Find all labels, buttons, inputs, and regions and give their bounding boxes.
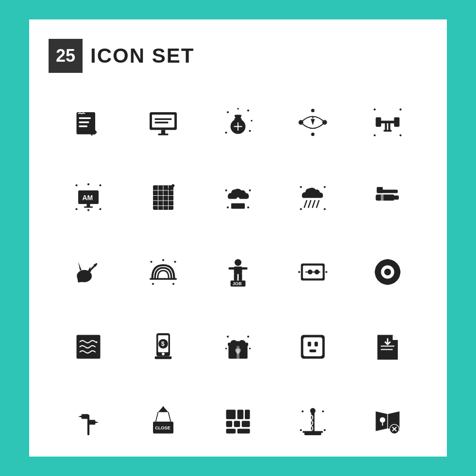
svg-point-33 [400, 108, 402, 110]
svg-rect-148 [88, 420, 95, 425]
svg-point-163 [302, 410, 304, 412]
svg-point-109 [298, 271, 300, 273]
slider-control-icon [278, 237, 348, 307]
svg-point-94 [162, 259, 164, 261]
svg-point-62 [225, 189, 227, 191]
svg-line-153 [156, 412, 158, 422]
svg-rect-160 [242, 421, 250, 427]
svg-text:AM: AM [82, 194, 93, 202]
svg-rect-67 [231, 204, 245, 209]
svg-rect-137 [308, 342, 311, 347]
svg-point-92 [152, 283, 154, 285]
svg-rect-36 [381, 121, 394, 124]
svg-marker-5 [90, 133, 94, 136]
svg-rect-8 [155, 119, 172, 120]
svg-rect-159 [234, 421, 240, 427]
svg-rect-156 [238, 410, 244, 420]
svg-point-47 [99, 208, 101, 210]
svg-point-15 [225, 132, 227, 134]
svg-point-128 [249, 348, 251, 350]
svg-point-43 [87, 183, 89, 185]
svg-rect-99 [241, 267, 248, 270]
svg-marker-140 [393, 335, 398, 340]
svg-rect-7 [152, 115, 174, 128]
svg-point-12 [227, 111, 229, 113]
svg-rect-98 [228, 267, 235, 270]
power-socket-icon [278, 312, 348, 382]
svg-point-70 [300, 208, 302, 210]
gift-box-icon [203, 312, 273, 382]
svg-point-16 [237, 108, 239, 110]
svg-rect-20 [234, 119, 241, 120]
icon-set-title: ICON SET [90, 44, 194, 68]
svg-rect-80 [377, 187, 383, 193]
magic-ball-icon [203, 87, 273, 157]
svg-rect-39 [385, 123, 387, 130]
map-cancel-icon [353, 387, 423, 457]
barber-pole-icon [278, 387, 348, 457]
svg-rect-78 [381, 194, 384, 201]
blueprint-icon [128, 162, 198, 232]
svg-rect-1 [79, 118, 91, 119]
svg-point-91 [174, 261, 176, 263]
rain-cloud-icon [278, 162, 348, 232]
svg-rect-136 [303, 337, 322, 356]
download-doc-icon [353, 312, 423, 382]
svg-point-164 [322, 410, 324, 412]
svg-rect-11 [158, 134, 169, 136]
svg-point-134 [237, 341, 240, 344]
svg-rect-161 [226, 429, 236, 434]
svg-rect-51 [87, 204, 90, 207]
svg-marker-88 [78, 262, 82, 271]
svg-point-165 [300, 429, 302, 431]
svg-point-32 [374, 108, 375, 110]
svg-rect-41 [384, 130, 392, 132]
svg-rect-100 [234, 273, 238, 281]
svg-rect-124 [155, 357, 172, 359]
svg-text:CLOSE: CLOSE [155, 425, 170, 430]
svg-line-75 [317, 201, 319, 207]
svg-rect-146 [82, 414, 88, 419]
svg-point-108 [315, 270, 320, 274]
toothbrush-tube-icon [353, 162, 423, 232]
svg-rect-101 [238, 273, 242, 281]
svg-point-107 [308, 270, 313, 274]
svg-rect-3 [79, 125, 87, 127]
close-sign-icon: CLOSE [128, 387, 198, 457]
monitor-icon [128, 87, 198, 157]
svg-point-27 [311, 133, 315, 136]
svg-rect-97 [234, 267, 242, 274]
svg-rect-40 [388, 123, 390, 130]
svg-point-93 [172, 283, 174, 285]
svg-point-126 [247, 336, 249, 338]
svg-rect-77 [394, 196, 399, 200]
svg-rect-95 [150, 278, 177, 280]
svg-rect-139 [309, 350, 316, 353]
svg-point-35 [400, 135, 402, 136]
heat-waves-icon [53, 312, 123, 382]
mobile-payment-icon: $ [128, 312, 198, 382]
job-person-icon: JOB [203, 237, 273, 307]
svg-point-90 [150, 261, 152, 263]
am-display-icon: AM [53, 162, 123, 232]
svg-line-72 [305, 201, 307, 207]
svg-point-172 [380, 417, 385, 423]
svg-rect-10 [161, 130, 165, 134]
svg-line-154 [169, 412, 171, 422]
svg-rect-37 [376, 118, 381, 127]
svg-point-113 [384, 269, 391, 275]
svg-point-123 [162, 353, 165, 356]
svg-rect-158 [226, 421, 233, 427]
svg-point-42 [75, 184, 77, 186]
header: 25 ICON SET [49, 39, 427, 73]
svg-rect-170 [303, 431, 323, 433]
svg-point-166 [323, 429, 325, 431]
grid-layout-icon [203, 387, 273, 457]
unicorn-icon [53, 237, 123, 307]
writing-pad-icon [53, 87, 123, 157]
svg-rect-155 [226, 410, 236, 420]
svg-point-13 [247, 109, 249, 111]
svg-rect-76 [376, 194, 395, 201]
rainbow-icon [128, 237, 198, 307]
svg-point-44 [99, 184, 101, 186]
